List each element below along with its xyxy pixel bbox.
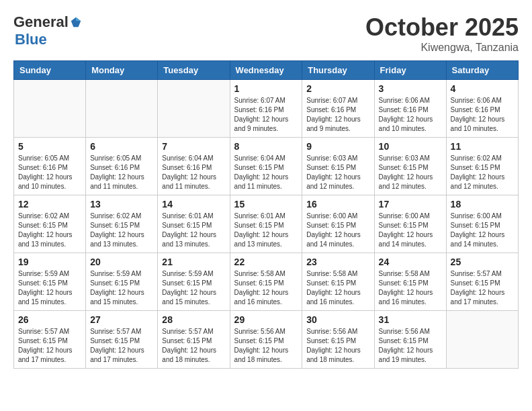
calendar-cell: 14Sunrise: 6:01 AM Sunset: 6:15 PM Dayli… [158,195,230,253]
calendar-cell: 20Sunrise: 5:59 AM Sunset: 6:15 PM Dayli… [86,253,158,311]
day-number: 3 [379,83,442,94]
calendar-cell: 19Sunrise: 5:59 AM Sunset: 6:15 PM Dayli… [14,253,86,311]
calendar-cell: 18Sunrise: 6:00 AM Sunset: 6:15 PM Dayli… [446,195,518,253]
calendar-cell [14,80,86,138]
day-info: Sunrise: 5:56 AM Sunset: 6:15 PM Dayligh… [234,327,298,365]
calendar-cell: 25Sunrise: 5:57 AM Sunset: 6:15 PM Dayli… [446,253,518,311]
calendar-cell: 9Sunrise: 6:03 AM Sunset: 6:15 PM Daylig… [302,138,374,195]
calendar-cell: 22Sunrise: 5:58 AM Sunset: 6:15 PM Dayli… [230,253,302,311]
calendar-cell [158,80,230,138]
day-number: 9 [306,141,369,152]
day-number: 16 [306,199,369,210]
day-number: 18 [451,199,514,210]
calendar-cell: 17Sunrise: 6:00 AM Sunset: 6:15 PM Dayli… [374,195,446,253]
calendar-cell: 7Sunrise: 6:04 AM Sunset: 6:16 PM Daylig… [158,138,230,195]
day-number: 4 [451,83,514,94]
day-info: Sunrise: 6:04 AM Sunset: 6:15 PM Dayligh… [234,154,298,191]
day-number: 5 [18,141,81,152]
day-number: 23 [306,257,369,267]
day-info: Sunrise: 5:57 AM Sunset: 6:15 PM Dayligh… [90,327,153,365]
day-number: 10 [379,141,442,152]
week-row-5: 26Sunrise: 5:57 AM Sunset: 6:15 PM Dayli… [14,311,519,369]
day-info: Sunrise: 5:56 AM Sunset: 6:15 PM Dayligh… [379,327,442,365]
title-block: October 2025 Kiwengwa, Tanzania [365,13,519,54]
day-info: Sunrise: 6:05 AM Sunset: 6:16 PM Dayligh… [18,154,81,191]
calendar-cell: 15Sunrise: 6:01 AM Sunset: 6:15 PM Dayli… [230,195,302,253]
calendar-cell: 23Sunrise: 5:58 AM Sunset: 6:15 PM Dayli… [302,253,374,311]
day-info: Sunrise: 6:07 AM Sunset: 6:16 PM Dayligh… [234,96,298,134]
calendar-cell: 11Sunrise: 6:02 AM Sunset: 6:15 PM Dayli… [446,138,518,195]
day-number: 28 [162,314,225,325]
day-number: 29 [234,314,298,325]
weekday-header-saturday: Saturday [446,61,518,80]
calendar-cell: 16Sunrise: 6:00 AM Sunset: 6:15 PM Dayli… [302,195,374,253]
day-info: Sunrise: 5:58 AM Sunset: 6:15 PM Dayligh… [306,269,369,307]
day-info: Sunrise: 6:00 AM Sunset: 6:15 PM Dayligh… [451,212,514,249]
calendar-cell: 8Sunrise: 6:04 AM Sunset: 6:15 PM Daylig… [230,138,302,195]
day-info: Sunrise: 6:05 AM Sunset: 6:16 PM Dayligh… [90,154,153,191]
day-info: Sunrise: 6:02 AM Sunset: 6:15 PM Dayligh… [90,212,153,249]
day-number: 15 [234,199,298,210]
weekday-header-wednesday: Wednesday [230,61,302,80]
day-info: Sunrise: 6:01 AM Sunset: 6:15 PM Dayligh… [162,212,225,249]
day-number: 20 [90,257,153,267]
day-info: Sunrise: 5:57 AM Sunset: 6:15 PM Dayligh… [162,327,225,365]
day-info: Sunrise: 5:59 AM Sunset: 6:15 PM Dayligh… [162,269,225,307]
weekday-header-friday: Friday [374,61,446,80]
day-info: Sunrise: 5:58 AM Sunset: 6:15 PM Dayligh… [379,269,442,307]
calendar-cell: 26Sunrise: 5:57 AM Sunset: 6:15 PM Dayli… [14,311,86,369]
week-row-3: 12Sunrise: 6:02 AM Sunset: 6:15 PM Dayli… [14,195,519,253]
calendar-cell [446,311,518,369]
page-header: General Blue October 2025 Kiwengwa, Tanz… [13,13,519,54]
day-number: 24 [379,257,442,267]
day-number: 30 [306,314,369,325]
day-number: 11 [451,141,514,152]
weekday-header-row: SundayMondayTuesdayWednesdayThursdayFrid… [14,61,519,80]
calendar-cell: 10Sunrise: 6:03 AM Sunset: 6:15 PM Dayli… [374,138,446,195]
weekday-header-thursday: Thursday [302,61,374,80]
day-info: Sunrise: 5:57 AM Sunset: 6:15 PM Dayligh… [451,269,514,307]
logo: General Blue [13,13,82,48]
calendar-cell: 21Sunrise: 5:59 AM Sunset: 6:15 PM Dayli… [158,253,230,311]
day-info: Sunrise: 6:02 AM Sunset: 6:15 PM Dayligh… [18,212,81,249]
day-info: Sunrise: 6:03 AM Sunset: 6:15 PM Dayligh… [379,154,442,191]
logo-flag-icon [70,16,82,28]
day-number: 13 [90,199,153,210]
calendar-cell: 5Sunrise: 6:05 AM Sunset: 6:16 PM Daylig… [14,138,86,195]
day-info: Sunrise: 5:58 AM Sunset: 6:15 PM Dayligh… [234,269,298,307]
day-number: 7 [162,141,225,152]
day-number: 12 [18,199,81,210]
day-number: 31 [379,314,442,325]
day-number: 6 [90,141,153,152]
day-number: 25 [451,257,514,267]
day-number: 21 [162,257,225,267]
calendar-cell: 28Sunrise: 5:57 AM Sunset: 6:15 PM Dayli… [158,311,230,369]
day-number: 8 [234,141,298,152]
day-info: Sunrise: 5:59 AM Sunset: 6:15 PM Dayligh… [90,269,153,307]
day-number: 2 [306,83,369,94]
day-number: 14 [162,199,225,210]
calendar-cell: 30Sunrise: 5:56 AM Sunset: 6:15 PM Dayli… [302,311,374,369]
calendar-cell: 6Sunrise: 6:05 AM Sunset: 6:16 PM Daylig… [86,138,158,195]
logo-blue-text: Blue [15,31,47,48]
calendar-cell: 1Sunrise: 6:07 AM Sunset: 6:16 PM Daylig… [230,80,302,138]
day-info: Sunrise: 6:06 AM Sunset: 6:16 PM Dayligh… [451,96,514,134]
day-info: Sunrise: 5:56 AM Sunset: 6:15 PM Dayligh… [306,327,369,365]
calendar-cell [86,80,158,138]
day-info: Sunrise: 6:01 AM Sunset: 6:15 PM Dayligh… [234,212,298,249]
day-info: Sunrise: 6:04 AM Sunset: 6:16 PM Dayligh… [162,154,225,191]
weekday-header-monday: Monday [86,61,158,80]
svg-marker-1 [76,17,81,21]
calendar-cell: 3Sunrise: 6:06 AM Sunset: 6:16 PM Daylig… [374,80,446,138]
calendar-cell: 12Sunrise: 6:02 AM Sunset: 6:15 PM Dayli… [14,195,86,253]
location-text: Kiwengwa, Tanzania [365,42,519,54]
day-number: 1 [234,83,298,94]
calendar-cell: 4Sunrise: 6:06 AM Sunset: 6:16 PM Daylig… [446,80,518,138]
day-info: Sunrise: 6:06 AM Sunset: 6:16 PM Dayligh… [379,96,442,134]
day-info: Sunrise: 6:00 AM Sunset: 6:15 PM Dayligh… [379,212,442,249]
day-number: 27 [90,314,153,325]
day-info: Sunrise: 6:00 AM Sunset: 6:15 PM Dayligh… [306,212,369,249]
calendar-cell: 27Sunrise: 5:57 AM Sunset: 6:15 PM Dayli… [86,311,158,369]
calendar-cell: 29Sunrise: 5:56 AM Sunset: 6:15 PM Dayli… [230,311,302,369]
calendar-cell: 24Sunrise: 5:58 AM Sunset: 6:15 PM Dayli… [374,253,446,311]
